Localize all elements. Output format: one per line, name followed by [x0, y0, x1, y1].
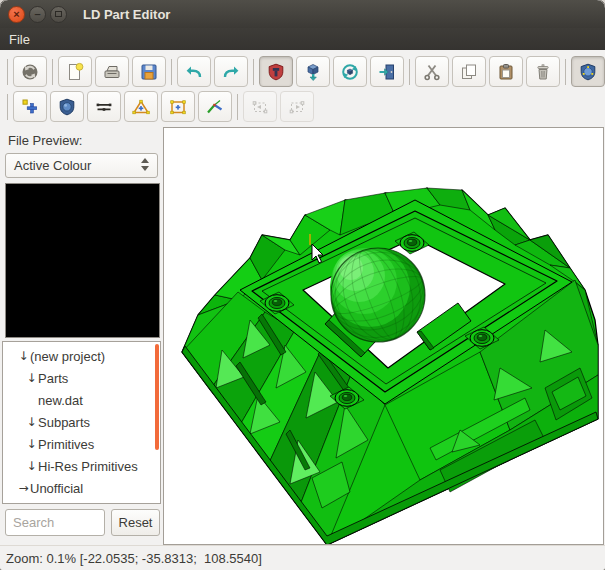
paste-button[interactable] — [489, 56, 523, 87]
add-subfile-button[interactable] — [50, 91, 84, 122]
minimize-window-icon[interactable]: – — [29, 6, 46, 23]
merge-to-end-button[interactable] — [280, 91, 314, 122]
ref-shield-red-button[interactable] — [259, 56, 293, 87]
window-controls: × – — [8, 6, 71, 23]
expand-arrow-icon: ↓ — [25, 415, 38, 429]
delete-button[interactable] — [526, 56, 560, 87]
tree-scrollbar-thumb[interactable] — [155, 344, 159, 450]
toolbar-separator — [52, 59, 53, 85]
add-line-button[interactable] — [87, 91, 121, 122]
merge-to-start-icon — [250, 97, 270, 117]
search-input[interactable] — [5, 509, 105, 536]
copy-icon — [459, 62, 479, 82]
add-condline-icon — [205, 97, 225, 117]
shield-sphere-studs-icon — [578, 62, 598, 82]
last-session-button[interactable] — [13, 56, 47, 87]
tree-item-label: Primitives — [38, 437, 94, 452]
new-file-button[interactable] — [58, 56, 92, 87]
delete-icon — [533, 62, 553, 82]
toolbar-separator — [409, 59, 410, 85]
file-preview-label: File Preview: — [8, 133, 82, 148]
spinner-arrows-icon — [141, 158, 149, 171]
ref-insert-button[interactable] — [296, 56, 330, 87]
menu-bar: File — [0, 28, 605, 50]
titlebar[interactable]: × – LD Part Editor — [0, 0, 605, 28]
maximize-window-icon[interactable] — [50, 6, 67, 23]
add-subfile-icon — [57, 97, 77, 117]
shield-red-icon — [266, 62, 286, 82]
redo-icon — [221, 62, 241, 82]
merge-to-end-icon — [287, 97, 307, 117]
toolbar-row-2 — [5, 91, 317, 122]
file-preview-canvas[interactable] — [5, 183, 160, 338]
tree-item-parts[interactable]: ↓Parts — [3, 367, 160, 389]
cut-icon — [422, 62, 442, 82]
colour-dropdown-value: Active Colour — [14, 158, 91, 173]
add-vertex-icon — [20, 97, 40, 117]
tree-item-subparts[interactable]: ↓Subparts — [3, 411, 160, 433]
tree-item-label: new.dat — [38, 393, 83, 408]
toolbar-separator — [565, 59, 566, 85]
status-bar: Zoom: 0.1% [-22.0535; -35.8313; 108.5540… — [0, 545, 605, 570]
expand-arrow-icon: ↓ — [25, 371, 38, 385]
status-zoom-coordinates: Zoom: 0.1% [-22.0535; -35.8313; 108.5540… — [6, 551, 262, 566]
window-title: LD Part Editor — [83, 7, 170, 22]
cut-button[interactable] — [415, 56, 449, 87]
toolbar-row-1 — [5, 56, 605, 87]
model-3d-canvas — [164, 128, 603, 544]
open-file-icon — [102, 62, 122, 82]
last-session-icon — [20, 62, 40, 82]
tree-item-new-dat[interactable]: new.dat — [3, 389, 160, 411]
new-file-icon — [65, 62, 85, 82]
tree-item-label: Subparts — [38, 415, 90, 430]
expand-arrow-icon: ↓ — [25, 459, 38, 473]
insert-reference-icon — [303, 62, 323, 82]
menu-file[interactable]: File — [0, 32, 39, 47]
green-rock-baseplate-model — [182, 188, 598, 544]
tree-item-label: Parts — [38, 371, 68, 386]
app-window: × – LD Part Editor File — [0, 0, 605, 570]
toolbar-separator — [237, 94, 238, 120]
colour-dropdown[interactable]: Active Colour — [5, 153, 158, 178]
toolbar-separator — [7, 59, 8, 85]
paste-icon — [496, 62, 516, 82]
render-mode-studs-button[interactable] — [571, 56, 605, 87]
add-vertex-button[interactable] — [13, 91, 47, 122]
redo-button[interactable] — [214, 56, 248, 87]
reset-button[interactable]: Reset — [111, 509, 160, 536]
add-condline-button[interactable] — [198, 91, 232, 122]
toolbar-separator — [171, 59, 172, 85]
tree-item-primitives[interactable]: ↓Primitives — [3, 433, 160, 455]
add-triangle-icon — [131, 97, 151, 117]
update-reference-icon — [340, 62, 360, 82]
save-file-icon — [139, 62, 159, 82]
tree-item-label: Unofficial — [30, 481, 83, 496]
add-triangle-button[interactable] — [124, 91, 158, 122]
save-file-button[interactable] — [132, 56, 166, 87]
expand-arrow-icon: → — [17, 481, 30, 495]
tree-item-label: (new project) — [30, 349, 105, 364]
add-quad-icon — [168, 97, 188, 117]
undo-icon — [184, 62, 204, 82]
project-tree: ↓(new project) ↓Parts new.dat ↓Subparts … — [2, 341, 161, 504]
toolbar-separator — [7, 94, 8, 120]
copy-button[interactable] — [452, 56, 486, 87]
merge-to-start-button[interactable] — [243, 91, 277, 122]
tree-item-new-project[interactable]: ↓(new project) — [3, 345, 160, 367]
close-window-icon[interactable]: × — [8, 6, 25, 23]
add-quad-button[interactable] — [161, 91, 195, 122]
ref-close-button[interactable] — [370, 56, 404, 87]
add-line-icon — [94, 97, 114, 117]
close-reference-icon — [377, 62, 397, 82]
open-file-button[interactable] — [95, 56, 129, 87]
ref-update-button[interactable] — [333, 56, 367, 87]
viewport-3d[interactable] — [163, 127, 604, 545]
undo-button[interactable] — [177, 56, 211, 87]
expand-arrow-icon: ↓ — [25, 437, 38, 451]
tree-item-unofficial[interactable]: →Unofficial — [3, 477, 160, 499]
toolbar-separator — [253, 59, 254, 85]
tree-item-hires-primitives[interactable]: ↓Hi-Res Primitives — [3, 455, 160, 477]
tree-item-label: Hi-Res Primitives — [38, 459, 138, 474]
expand-arrow-icon: ↓ — [17, 349, 30, 363]
